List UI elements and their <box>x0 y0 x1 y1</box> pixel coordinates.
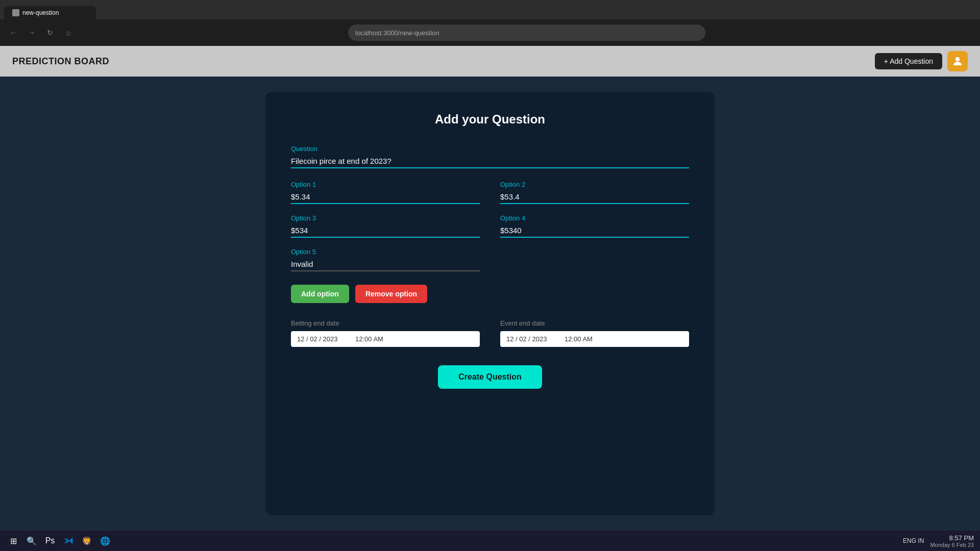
taskbar-clock: 8:57 PM Monday 6 Feb 23 <box>930 534 974 548</box>
option-5-label: Option 5 <box>291 248 480 256</box>
main-content: Add your Question Question Option 1 Opti… <box>0 77 980 531</box>
photoshop-icon[interactable]: Ps <box>43 534 57 548</box>
option-buttons-row: Add option Remove option <box>291 285 689 303</box>
remove-option-button[interactable]: Remove option <box>355 285 427 303</box>
form-card: Add your Question Question Option 1 Opti… <box>265 92 715 515</box>
back-button[interactable]: ← <box>6 26 20 40</box>
option-1-label: Option 1 <box>291 181 480 188</box>
option-3-input[interactable] <box>291 224 480 238</box>
brave-icon[interactable]: 🦁 <box>80 534 94 548</box>
user-avatar-button[interactable] <box>947 51 968 71</box>
option-4-group: Option 4 <box>500 214 689 238</box>
forward-button[interactable]: → <box>24 26 39 40</box>
betting-end-date-wrapper <box>291 331 480 347</box>
language-indicator: ENG IN <box>903 537 924 544</box>
taskbar-right: ENG IN 8:57 PM Monday 6 Feb 23 <box>903 534 974 548</box>
taskbar-date-display: Monday 6 Feb 23 <box>930 542 974 548</box>
avatar-icon <box>951 55 964 67</box>
windows-icon[interactable]: ⊞ <box>6 534 20 548</box>
home-button[interactable]: ⌂ <box>61 26 76 40</box>
option-2-input[interactable] <box>500 190 689 204</box>
create-btn-row: Create Question <box>291 365 689 389</box>
tab-favicon <box>12 9 19 16</box>
betting-end-date-input[interactable] <box>297 335 343 343</box>
option-3-label: Option 3 <box>291 214 480 222</box>
chrome-icon[interactable]: 🌐 <box>98 534 112 548</box>
taskbar: ⊞ 🔍 Ps 🦁 🌐 ENG IN 8:57 PM Monday 6 Feb 2… <box>0 531 980 551</box>
url-text: localhost:3000/new-question <box>355 29 439 37</box>
header-actions: + Add Question <box>875 51 968 71</box>
svg-point-0 <box>955 57 960 61</box>
options-grid: Option 1 Option 2 Option 3 Option 4 Opti… <box>291 181 689 277</box>
event-end-date-input[interactable] <box>506 335 552 343</box>
search-taskbar-icon[interactable]: 🔍 <box>24 534 39 548</box>
event-end-time-input[interactable] <box>565 335 600 343</box>
option-5-group: Option 5 <box>291 248 480 271</box>
vscode-icon[interactable] <box>61 534 76 548</box>
question-input[interactable] <box>291 155 689 168</box>
option-2-group: Option 2 <box>500 181 689 204</box>
betting-end-date-label: Betting end date <box>291 319 480 327</box>
active-tab[interactable]: new-question <box>4 6 96 19</box>
betting-end-date-group: Betting end date <box>291 319 480 347</box>
question-label: Question <box>291 145 689 153</box>
add-option-button[interactable]: Add option <box>291 285 349 303</box>
option-4-label: Option 4 <box>500 214 689 222</box>
add-question-button[interactable]: + Add Question <box>875 53 942 69</box>
tab-title: new-question <box>22 9 59 16</box>
dates-row: Betting end date Event end date <box>291 319 689 347</box>
option-1-group: Option 1 <box>291 181 480 204</box>
reload-button[interactable]: ↻ <box>43 26 57 40</box>
option-2-label: Option 2 <box>500 181 689 188</box>
taskbar-time-display: 8:57 PM <box>930 534 974 542</box>
option-5-input[interactable] <box>291 258 480 271</box>
form-title: Add your Question <box>291 112 689 127</box>
question-field-group: Question <box>291 145 689 168</box>
option-3-group: Option 3 <box>291 214 480 238</box>
option-1-input[interactable] <box>291 190 480 204</box>
app-title: PREDICTION BOARD <box>12 56 109 67</box>
event-end-date-wrapper <box>500 331 689 347</box>
betting-end-time-input[interactable] <box>355 335 391 343</box>
event-end-date-group: Event end date <box>500 319 689 347</box>
create-question-button[interactable]: Create Question <box>438 365 542 389</box>
url-bar[interactable]: localhost:3000/new-question <box>348 24 705 41</box>
app-header: PREDICTION BOARD + Add Question <box>0 46 980 77</box>
option-4-input[interactable] <box>500 224 689 238</box>
taskbar-left: ⊞ 🔍 Ps 🦁 🌐 <box>6 534 112 548</box>
event-end-date-label: Event end date <box>500 319 689 327</box>
